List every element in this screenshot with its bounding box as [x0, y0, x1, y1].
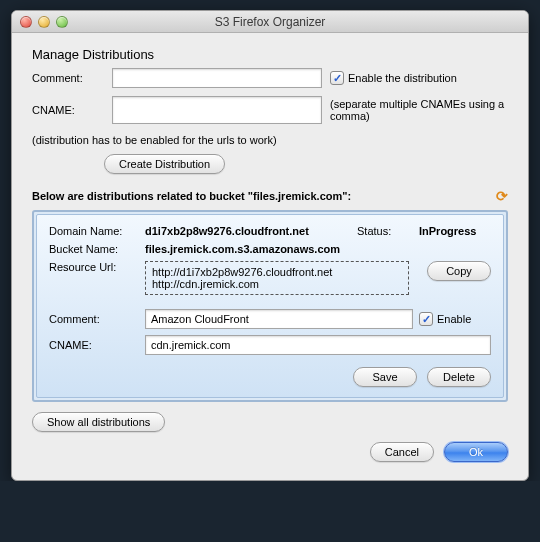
- dist-enable-checkbox[interactable]: Enable: [419, 312, 491, 326]
- dist-cname-input[interactable]: [145, 335, 491, 355]
- enable-distribution-checkbox[interactable]: Enable the distribution: [330, 71, 508, 85]
- save-button[interactable]: Save: [353, 367, 417, 387]
- enable-distribution-label: Enable the distribution: [348, 72, 457, 84]
- dist-comment-input[interactable]: [145, 309, 413, 329]
- bucket-name-value: files.jremick.com.s3.amazonaws.com: [145, 243, 491, 255]
- resource-url-line: http://cdn.jremick.com: [152, 278, 402, 290]
- distributions-list: Domain Name: d1i7xb2p8w9276.cloudfront.n…: [32, 210, 508, 402]
- section-title: Manage Distributions: [32, 47, 508, 62]
- show-all-distributions-button[interactable]: Show all distributions: [32, 412, 165, 432]
- dialog-footer: Cancel Ok: [32, 442, 508, 462]
- resource-url-line: http://d1i7xb2p8w9276.cloudfront.net: [152, 266, 402, 278]
- cname-input[interactable]: [112, 96, 322, 124]
- cancel-button[interactable]: Cancel: [370, 442, 434, 462]
- domain-name-label: Domain Name:: [49, 225, 139, 237]
- cname-hint: (separate multiple CNAMEs using a comma): [330, 98, 508, 122]
- status-value: InProgress: [419, 225, 491, 237]
- create-distribution-button[interactable]: Create Distribution: [104, 154, 225, 174]
- resource-url-label: Resource Url:: [49, 261, 139, 273]
- distributions-title: Below are distributions related to bucke…: [32, 188, 508, 204]
- titlebar: S3 Firefox Organizer: [12, 11, 528, 33]
- bucket-name-label: Bucket Name:: [49, 243, 139, 255]
- dialog-window: S3 Firefox Organizer Manage Distribution…: [11, 10, 529, 481]
- create-form: Comment: Enable the distribution CNAME: …: [32, 68, 508, 124]
- comment-label: Comment:: [32, 72, 104, 84]
- zoom-icon[interactable]: [56, 16, 68, 28]
- dialog-content: Manage Distributions Comment: Enable the…: [12, 33, 528, 480]
- minimize-icon[interactable]: [38, 16, 50, 28]
- ok-button[interactable]: Ok: [444, 442, 508, 462]
- delete-button[interactable]: Delete: [427, 367, 491, 387]
- enable-note: (distribution has to be enabled for the …: [32, 134, 508, 146]
- window-title: S3 Firefox Organizer: [12, 15, 528, 29]
- dist-enable-label: Enable: [437, 313, 471, 325]
- status-label: Status:: [357, 225, 413, 237]
- checkbox-checked-icon: [330, 71, 344, 85]
- domain-name-value: d1i7xb2p8w9276.cloudfront.net: [145, 225, 351, 237]
- traffic-lights: [20, 16, 68, 28]
- distribution-item: Domain Name: d1i7xb2p8w9276.cloudfront.n…: [36, 214, 504, 398]
- checkbox-checked-icon: [419, 312, 433, 326]
- dist-comment-label: Comment:: [49, 313, 139, 325]
- close-icon[interactable]: [20, 16, 32, 28]
- cname-label: CNAME:: [32, 104, 104, 116]
- resource-url-box[interactable]: http://d1i7xb2p8w9276.cloudfront.net htt…: [145, 261, 409, 295]
- copy-button[interactable]: Copy: [427, 261, 491, 281]
- refresh-icon[interactable]: ⟳: [496, 188, 508, 204]
- dist-cname-label: CNAME:: [49, 339, 139, 351]
- comment-input[interactable]: [112, 68, 322, 88]
